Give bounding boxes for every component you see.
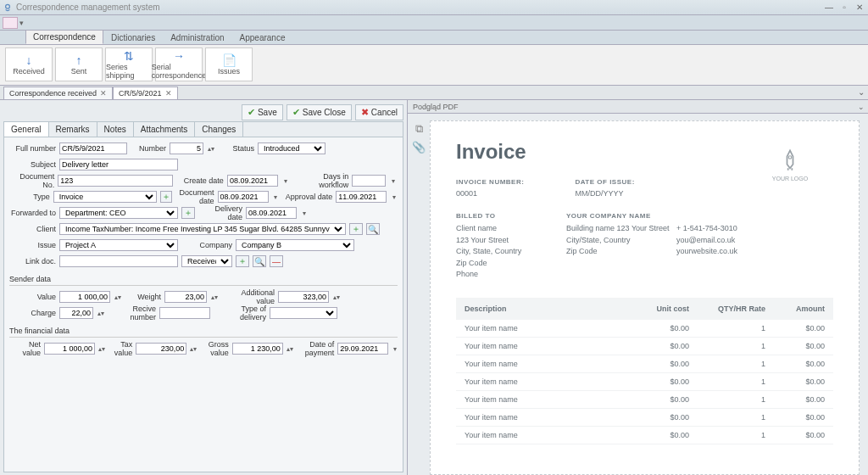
x-icon: ✖	[361, 107, 369, 118]
invoice-issue: MM/DD/YYYY	[575, 189, 634, 198]
quick-access-toolbar: ▾	[0, 15, 868, 31]
form-tab-attachments[interactable]: Attachments	[134, 122, 196, 137]
cancel-button[interactable]: ✖Cancel	[355, 104, 403, 120]
recv-number-input[interactable]	[159, 307, 210, 319]
invoice-row: Your item name$0.001$0.00	[456, 320, 833, 338]
doc-date-input[interactable]	[218, 191, 269, 203]
ribbon-tab-dictionaries[interactable]: Dictionaries	[103, 31, 163, 44]
type-select[interactable]: Invoice	[53, 191, 157, 203]
qat-dropdown-icon[interactable]: ▾	[19, 19, 24, 27]
weight-input[interactable]	[164, 291, 207, 303]
pdf-preview-header: Podgląd PDF ⌄	[408, 100, 868, 114]
dropdown-icon[interactable]: ▾	[392, 345, 398, 353]
form-tab-remarks[interactable]: Remarks	[49, 122, 97, 137]
ribbon-btn-sent[interactable]: ↑Sent	[55, 48, 103, 81]
days-input[interactable]	[352, 175, 386, 187]
invoice-row: Your item name$0.001$0.00	[456, 338, 833, 355]
approval-input[interactable]	[336, 191, 387, 203]
ribbon-btn-label: Sent	[71, 67, 87, 75]
number-label: Number	[131, 144, 166, 153]
spinner-icon[interactable]: ▴▾	[190, 345, 197, 353]
spinner-icon[interactable]: ▴▾	[287, 345, 293, 353]
close-icon[interactable]: ✕	[854, 3, 865, 12]
expand-collapse-icon[interactable]: ⌄	[858, 103, 865, 111]
issue-select[interactable]: Project A	[59, 239, 178, 251]
add-value-input[interactable]	[278, 291, 329, 303]
remove-link-button[interactable]: —	[270, 255, 283, 267]
ribbon-btn-serial-correspondence[interactable]: →Serial correspondence	[155, 48, 203, 81]
doc-tab-cr-5-9-2021[interactable]: CR/5/9/2021 ✕	[113, 87, 178, 99]
status-select[interactable]: Introduced	[258, 142, 326, 154]
create-date-input[interactable]	[227, 175, 278, 187]
delivery-date-input[interactable]	[246, 207, 297, 219]
spinner-icon[interactable]: ▴▾	[114, 293, 122, 301]
linkdoc-input[interactable]	[59, 255, 178, 267]
form-tab-general[interactable]: General	[4, 122, 49, 137]
ribbon-tab-appearance[interactable]: Appearance	[232, 31, 293, 44]
full-number-input[interactable]	[59, 142, 127, 154]
dropdown-icon[interactable]: ▾	[389, 177, 398, 185]
invoice-logo: YOUR LOGO	[769, 148, 811, 182]
spinner-icon[interactable]: ▴▾	[210, 293, 219, 301]
ribbon-tab-correspondence[interactable]: Correspondence	[25, 30, 103, 44]
save-button[interactable]: ✔Save	[242, 104, 283, 120]
close-tab-icon[interactable]: ✕	[165, 89, 172, 98]
ribbon-btn-issues[interactable]: 📄Issues	[205, 48, 253, 81]
delivery-date-label: Delivery date	[198, 204, 242, 221]
add-link-button[interactable]: ＋	[236, 255, 249, 267]
client-select[interactable]: Income TaxNumber: Income Free Investing …	[59, 223, 346, 235]
svg-point-0	[6, 4, 10, 8]
add-client-button[interactable]: ＋	[349, 223, 363, 235]
add-fwd-button[interactable]: ＋	[181, 207, 195, 219]
spinner-icon[interactable]: ▴▾	[97, 310, 105, 317]
doc-tab-correspondence-received[interactable]: Correspondence received ✕	[3, 87, 113, 99]
col-amt: Amount	[765, 305, 825, 313]
company-select[interactable]: Company B	[236, 239, 354, 251]
rocket-icon	[778, 148, 802, 172]
spinner-icon[interactable]: ▴▾	[207, 145, 215, 153]
ribbon-icon: ↓	[26, 53, 32, 67]
tod-select[interactable]	[270, 307, 337, 319]
fwd-select[interactable]: Department: CEO	[59, 207, 178, 219]
qat-app-button[interactable]	[3, 17, 18, 29]
search-client-button[interactable]: 🔍	[366, 223, 380, 235]
dropdown-icon[interactable]: ▾	[272, 193, 280, 201]
save-close-button[interactable]: ✔Save Close	[287, 104, 352, 120]
charge-input[interactable]	[59, 307, 93, 319]
invoice-row: Your item name$0.001$0.00	[456, 409, 833, 427]
subject-input[interactable]	[59, 159, 178, 170]
ribbon-btn-series-shipping[interactable]: ⇅Series shipping	[105, 48, 153, 81]
value-input[interactable]	[59, 291, 110, 303]
close-tab-icon[interactable]: ✕	[100, 89, 107, 98]
value-label: Value	[9, 293, 56, 301]
doc-tab-label: CR/5/9/2021	[119, 89, 162, 98]
search-link-button[interactable]: 🔍	[253, 255, 266, 267]
received-select[interactable]: Received	[181, 255, 232, 267]
invoice-row: Your item name$0.001$0.00	[456, 355, 833, 373]
pdf-page: Invoice YOUR LOGO INVOICE NUMBER:00001 D…	[430, 120, 860, 475]
svg-point-1	[788, 156, 792, 159]
dop-input[interactable]	[337, 343, 388, 355]
dop-label: Date of payment	[297, 340, 334, 357]
ribbon-tab-administration[interactable]: Administration	[163, 31, 231, 44]
form-tab-changes[interactable]: Changes	[195, 122, 243, 137]
dropdown-icon[interactable]: ▾	[390, 193, 398, 201]
expand-collapse-icon[interactable]: ⌄	[858, 87, 865, 97]
spinner-icon[interactable]: ▴▾	[98, 345, 105, 353]
docno-input[interactable]	[58, 175, 173, 187]
dropdown-icon[interactable]: ▾	[281, 177, 290, 185]
tax-input[interactable]	[136, 343, 186, 355]
gross-input[interactable]	[232, 343, 283, 355]
attachment-icon[interactable]: 📎	[412, 141, 426, 154]
form-tab-notes[interactable]: Notes	[97, 122, 134, 137]
minimize-icon[interactable]: —	[823, 3, 835, 12]
number-input[interactable]	[170, 142, 203, 154]
copy-icon[interactable]: ⧉	[415, 122, 423, 136]
dropdown-icon[interactable]: ▾	[300, 210, 309, 217]
spinner-icon[interactable]: ▴▾	[332, 293, 341, 301]
add-type-button[interactable]: ＋	[160, 191, 172, 203]
ribbon-btn-received[interactable]: ↓Received	[5, 48, 53, 81]
invoice-row: Your item name$0.001$0.00	[456, 373, 833, 391]
net-input[interactable]	[44, 343, 95, 355]
maximize-icon[interactable]: ▫	[838, 3, 850, 12]
